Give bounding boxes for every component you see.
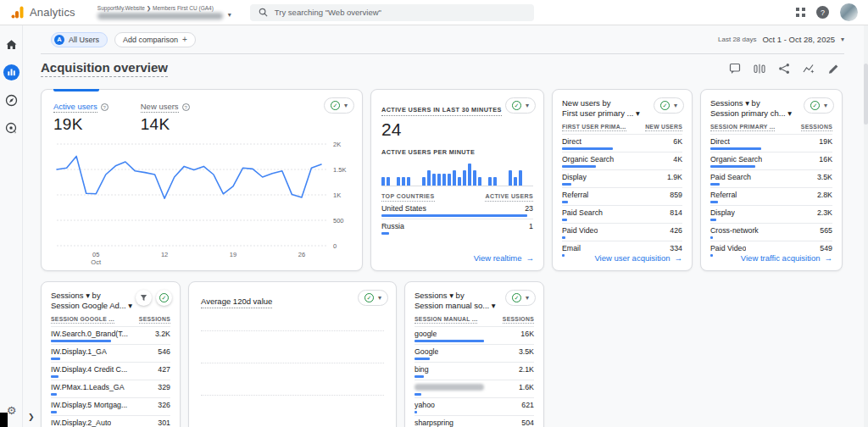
chevron-down-icon: ▾: [824, 102, 827, 109]
minute-bar: [468, 164, 471, 186]
metric-col-header: SESSIONS: [503, 316, 534, 324]
avatar[interactable]: [840, 3, 858, 21]
sidebar-item-advertising[interactable]: [3, 119, 20, 137]
new-users-table: Direct6KOrganic Search4KDisplay1.9KRefer…: [562, 135, 682, 258]
table-row: Cross-network565: [710, 224, 832, 241]
share-icon[interactable]: [778, 63, 790, 75]
row-value: 4K: [673, 155, 682, 164]
data-quality-dropdown[interactable]: ✓ ▾: [654, 97, 684, 114]
row-bar: [710, 147, 761, 150]
row-value: 427: [158, 365, 170, 374]
plus-icon: +: [182, 35, 187, 44]
data-quality-dropdown[interactable]: ✓ ▾: [324, 97, 354, 114]
all-users-chip[interactable]: A All Users: [51, 32, 108, 47]
table-row: sharpspring504: [415, 416, 534, 427]
comparison-bars-icon[interactable]: [754, 63, 765, 75]
sidebar-item-reports[interactable]: [3, 64, 20, 81]
add-comparison-chip[interactable]: Add comparison +: [114, 32, 196, 47]
cards-area: Active users ? 19K New users ? 14K: [41, 89, 844, 427]
row-value: 1.9K: [667, 173, 682, 181]
table-row: Referral859: [562, 188, 682, 206]
data-quality-dropdown[interactable]: ✓ ▾: [505, 97, 536, 114]
view-traffic-acquisition-link[interactable]: View traffic acquisition→: [741, 253, 832, 263]
table-row: Google3.5K: [415, 345, 534, 363]
row-value: 3.5K: [519, 347, 534, 356]
metric-label: Active users: [53, 102, 97, 113]
metric-value: 19K: [53, 115, 108, 134]
table-row: google16K: [415, 327, 534, 345]
search-input[interactable]: Try searching "Web overview": [250, 4, 534, 21]
table-row: yahoo621: [415, 398, 534, 416]
screen-corner-artifact: [0, 413, 8, 427]
breadcrumb-path: SupportMy.Website ❯ Members First CU (GA…: [97, 5, 231, 11]
sidebar-item-explore[interactable]: [3, 92, 20, 109]
svg-text:Oct: Oct: [91, 258, 102, 266]
row-value: 23: [525, 204, 533, 213]
row-label: Cross-network: [710, 226, 759, 235]
google-ads-table: IW.Search.0_Brand(T...3.2KIW.Display.1_G…: [51, 327, 170, 427]
sidebar-expand-chevron[interactable]: ❯: [28, 413, 35, 421]
metric-value: 14K: [141, 115, 190, 134]
svg-text:19: 19: [230, 251, 236, 258]
realtime-card: ACTIVE USERS IN LAST 30 MINUTES ✓ ▾ 24 A…: [370, 89, 544, 271]
countries-table: United States23Russia1: [381, 202, 533, 236]
row-bar: [710, 236, 713, 239]
card-title: Average 120d value: [201, 297, 272, 308]
minute-bar: [402, 177, 405, 186]
date-range-picker[interactable]: Last 28 days Oct 1 - Oct 28, 2025 ▾: [718, 35, 844, 44]
search-icon: [259, 8, 268, 17]
view-user-acquisition-link[interactable]: View user acquisition→: [594, 253, 682, 263]
edit-pencil-icon[interactable]: [827, 63, 839, 75]
row-value: 326: [158, 401, 170, 409]
table-row: Paid Search814: [562, 206, 682, 224]
row-label: Direct: [710, 137, 730, 146]
scrollbar-thumb[interactable]: [864, 64, 868, 125]
home-icon: [5, 38, 18, 51]
table-row: 1.6K: [415, 380, 534, 398]
row-value: 1.6K: [519, 383, 534, 391]
countries-value-header: ACTIVE USERS: [485, 193, 533, 202]
help-icon[interactable]: ?: [816, 6, 829, 19]
table-row: Referral2.8K: [710, 188, 832, 206]
chevron-down-icon[interactable]: ▾: [228, 12, 231, 19]
row-bar: [710, 165, 755, 168]
row-label: United States: [381, 204, 426, 213]
minute-bar: [463, 170, 466, 186]
breadcrumb[interactable]: SupportMy.Website ❯ Members First CU (GA…: [97, 5, 231, 19]
table-row: Paid Video426: [562, 224, 682, 241]
view-realtime-link[interactable]: View realtime→: [474, 253, 534, 263]
data-quality-dropdown[interactable]: ✓ ▾: [804, 97, 834, 114]
minute-bar: [453, 170, 456, 186]
insights-icon[interactable]: [803, 63, 815, 75]
analytics-logo[interactable]: Analytics: [0, 5, 84, 19]
check-circle-icon[interactable]: ✓: [156, 290, 172, 306]
row-label: Paid Video: [562, 226, 598, 235]
help-tooltip-icon[interactable]: ?: [182, 103, 190, 111]
minute-bar: [478, 177, 481, 186]
svg-text:1K: 1K: [333, 191, 341, 199]
row-label: IW.Search.0_Brand(T...: [51, 330, 128, 338]
feedback-note-icon[interactable]: [729, 63, 741, 75]
row-label: IW.Display.4 Credit C...: [51, 365, 127, 374]
data-quality-dropdown[interactable]: ✓ ▾: [505, 290, 536, 306]
data-quality-dropdown[interactable]: ✓ ▾: [358, 290, 388, 306]
row-bar: [51, 375, 58, 378]
scrollbar-track: [864, 25, 868, 427]
reports-icon: [3, 64, 20, 81]
apps-grid-icon[interactable]: [796, 8, 805, 17]
row-bar: [710, 254, 713, 257]
row-label: bing: [415, 365, 429, 374]
per-minute-label: ACTIVE USERS PER MINUTE: [381, 148, 533, 156]
metric-new-users[interactable]: New users ? 14K: [141, 102, 190, 134]
explore-icon: [5, 94, 18, 107]
row-value: 859: [670, 191, 682, 199]
row-bar: [415, 340, 484, 342]
add-comparison-label: Add comparison: [123, 36, 178, 44]
table-row: IW.Display.1_GA546: [51, 345, 170, 363]
filter-funnel-icon[interactable]: [136, 290, 152, 306]
sidebar-item-home[interactable]: [3, 36, 20, 53]
metric-active-users[interactable]: Active users ? 19K: [53, 102, 108, 134]
row-value: 549: [820, 244, 832, 252]
help-tooltip-icon[interactable]: ?: [101, 103, 108, 111]
title-row: Acquisition overview: [41, 54, 844, 83]
